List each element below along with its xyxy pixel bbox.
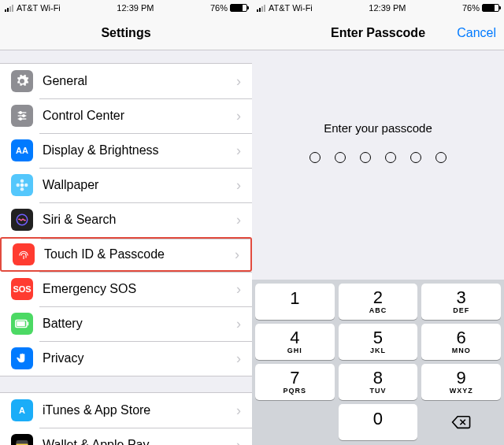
key-letters: ABC bbox=[369, 306, 387, 314]
key-number: 6 bbox=[457, 329, 466, 347]
settings-row-touchid-passcode[interactable]: Touch ID & Passcode› bbox=[0, 237, 252, 272]
chevron-right-icon: › bbox=[236, 177, 241, 194]
passcode-dot bbox=[410, 152, 421, 163]
keypad-key-1[interactable]: 1 bbox=[255, 284, 335, 320]
numeric-keypad: 12ABC3DEF4GHI5JKL6MNO7PQRS8TUV9WXYZ0 bbox=[252, 280, 504, 445]
svg-point-8 bbox=[20, 187, 24, 191]
key-letters: JKL bbox=[370, 347, 386, 354]
key-letters: TUV bbox=[369, 387, 386, 395]
svg-point-7 bbox=[20, 180, 24, 184]
chevron-right-icon: › bbox=[236, 73, 241, 90]
row-label: Display & Brightness bbox=[43, 143, 236, 158]
svg-point-5 bbox=[20, 118, 22, 121]
key-letters: DEF bbox=[453, 306, 469, 314]
emergency-sos-icon: SOS bbox=[11, 278, 33, 300]
settings-row-wallpaper[interactable]: Wallpaper› bbox=[0, 168, 252, 202]
key-number: 8 bbox=[373, 369, 383, 387]
settings-row-privacy[interactable]: Privacy› bbox=[0, 341, 252, 376]
page-title: Enter Passcode bbox=[331, 26, 425, 40]
chevron-right-icon: › bbox=[235, 247, 239, 263]
keypad-key-2[interactable]: 2ABC bbox=[339, 284, 418, 320]
chevron-right-icon: › bbox=[236, 108, 241, 124]
signal-icon bbox=[257, 5, 265, 12]
clock: 12:39 PM bbox=[117, 3, 154, 13]
passcode-dot bbox=[309, 152, 321, 163]
key-letters: MNO bbox=[452, 347, 471, 354]
row-label: Wallpaper bbox=[43, 178, 236, 192]
control-center-icon bbox=[11, 105, 33, 127]
row-label: iTunes & App Store bbox=[43, 403, 236, 417]
chevron-right-icon: › bbox=[236, 402, 241, 419]
row-label: Siri & Search bbox=[43, 213, 236, 227]
settings-screen: AT&T Wi-Fi 12:39 PM 76% Settings General… bbox=[0, 0, 252, 445]
svg-rect-13 bbox=[17, 321, 25, 326]
chevron-right-icon: › bbox=[236, 350, 241, 367]
settings-row-itunes-appstore[interactable]: AiTunes & App Store› bbox=[0, 393, 252, 428]
row-label: Privacy bbox=[43, 351, 236, 365]
keypad-key-9[interactable]: 9WXYZ bbox=[421, 364, 501, 400]
svg-point-3 bbox=[23, 115, 25, 117]
battery-icon bbox=[230, 4, 247, 12]
keypad-key-0[interactable]: 0 bbox=[339, 404, 418, 440]
settings-row-general[interactable]: General› bbox=[0, 64, 252, 98]
passcode-screen: AT&T Wi-Fi 12:39 PM 76% Enter Passcode C… bbox=[252, 0, 504, 445]
keypad-key-5[interactable]: 5JKL bbox=[339, 324, 418, 360]
settings-row-emergency-sos[interactable]: SOSEmergency SOS› bbox=[0, 272, 252, 306]
wallpaper-icon bbox=[11, 174, 33, 196]
siri-search-icon bbox=[11, 209, 33, 231]
general-icon bbox=[11, 70, 33, 92]
cancel-button[interactable]: Cancel bbox=[457, 26, 496, 40]
passcode-dot bbox=[335, 152, 346, 163]
settings-row-battery[interactable]: Battery› bbox=[0, 306, 252, 341]
keypad-key-4[interactable]: 4GHI bbox=[255, 324, 335, 360]
key-number: 1 bbox=[290, 290, 299, 307]
settings-row-display-brightness[interactable]: AADisplay & Brightness› bbox=[0, 133, 252, 168]
row-label: General bbox=[43, 74, 236, 88]
keypad-delete[interactable] bbox=[421, 404, 501, 440]
settings-row-wallet-applepay[interactable]: Wallet & Apple Pay› bbox=[0, 428, 252, 445]
passcode-body: Enter your passcode 12ABC3DEF4GHI5JKL6MN… bbox=[252, 50, 504, 445]
passcode-dot bbox=[435, 152, 447, 163]
key-number: 7 bbox=[290, 369, 299, 387]
key-number: 0 bbox=[373, 410, 383, 428]
clock: 12:39 PM bbox=[369, 3, 406, 13]
settings-list[interactable]: General›Control Center›AADisplay & Brigh… bbox=[0, 50, 252, 445]
keypad-key-6[interactable]: 6MNO bbox=[421, 324, 501, 360]
key-number: 5 bbox=[373, 329, 383, 347]
key-number: 9 bbox=[457, 369, 466, 387]
privacy-icon bbox=[11, 347, 33, 369]
page-title: Settings bbox=[101, 26, 150, 40]
key-number: 3 bbox=[457, 289, 466, 306]
keypad-blank bbox=[255, 404, 335, 440]
status-bar: AT&T Wi-Fi 12:39 PM 76% bbox=[252, 0, 504, 16]
battery-pct: 76% bbox=[462, 3, 480, 13]
svg-point-10 bbox=[24, 184, 28, 187]
keypad-key-3[interactable]: 3DEF bbox=[421, 284, 501, 320]
nav-bar: Enter Passcode Cancel bbox=[252, 16, 504, 50]
status-bar: AT&T Wi-Fi 12:39 PM 76% bbox=[0, 0, 252, 16]
wallet-applepay-icon bbox=[11, 434, 33, 445]
svg-rect-14 bbox=[28, 322, 29, 326]
row-label: Wallet & Apple Pay bbox=[43, 438, 236, 445]
settings-row-siri-search[interactable]: Siri & Search› bbox=[0, 202, 252, 237]
display-brightness-icon: AA bbox=[11, 139, 33, 161]
chevron-right-icon: › bbox=[236, 316, 241, 332]
keypad-key-8[interactable]: 8TUV bbox=[339, 364, 418, 400]
signal-icon bbox=[5, 5, 13, 12]
passcode-dots bbox=[309, 152, 447, 163]
passcode-prompt: Enter your passcode bbox=[324, 121, 432, 135]
chevron-right-icon: › bbox=[236, 143, 241, 159]
key-letters: WXYZ bbox=[450, 387, 473, 395]
row-label: Touch ID & Passcode bbox=[44, 247, 235, 261]
chevron-right-icon: › bbox=[236, 437, 241, 446]
key-number: 4 bbox=[290, 329, 299, 347]
battery-icon bbox=[11, 313, 33, 335]
touchid-passcode-icon bbox=[13, 243, 35, 265]
key-letters: PQRS bbox=[284, 387, 307, 395]
settings-row-control-center[interactable]: Control Center› bbox=[0, 98, 252, 133]
keypad-key-7[interactable]: 7PQRS bbox=[255, 364, 335, 400]
svg-point-1 bbox=[20, 112, 22, 114]
chevron-right-icon: › bbox=[236, 281, 241, 298]
chevron-right-icon: › bbox=[236, 212, 241, 228]
nav-bar: Settings bbox=[0, 16, 252, 50]
